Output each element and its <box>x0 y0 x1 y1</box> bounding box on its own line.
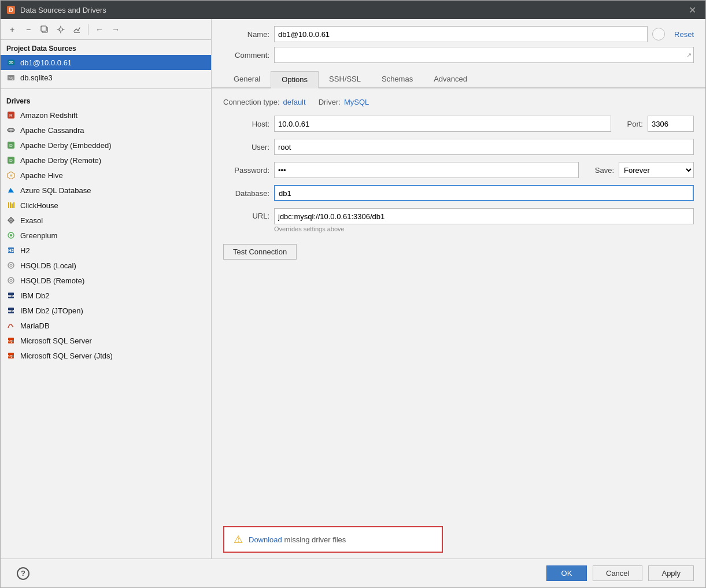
url-hint: Overrides settings above <box>274 225 694 232</box>
export-button[interactable] <box>70 23 84 36</box>
download-warning: ⚠ Download missing driver files <box>223 526 443 553</box>
tab-options[interactable]: Options <box>271 71 319 88</box>
driver-item-exasol[interactable]: Exasol <box>1 213 211 228</box>
forward-button[interactable]: → <box>109 23 123 36</box>
toolbar: + − <box>1 19 211 40</box>
right-top: Name: Reset Comment: ↗ <box>212 19 705 69</box>
svg-text:SQL: SQL <box>8 339 15 343</box>
ibmdb2-jtopen-icon: IBM <box>6 306 16 315</box>
connection-type-value[interactable]: default <box>283 98 306 106</box>
reset-link[interactable]: Reset <box>674 30 694 39</box>
derby-remote-icon: D <box>6 156 16 165</box>
test-connection-button[interactable]: Test Connection <box>223 244 297 260</box>
left-panel: + − <box>1 19 212 559</box>
svg-text:D: D <box>9 143 13 148</box>
tab-schemas[interactable]: Schemas <box>371 71 423 88</box>
driver-item-hsqldb-local[interactable]: HSQLDB (Local) <box>1 258 211 273</box>
tab-general[interactable]: General <box>223 71 271 88</box>
ok-button[interactable]: OK <box>546 565 587 581</box>
driver-item-derby-embedded[interactable]: D Apache Derby (Embedded) <box>1 138 211 153</box>
driver-label-ibmdb2-jtopen: IBM Db2 (JTOpen) <box>20 306 83 315</box>
name-input[interactable] <box>274 26 648 42</box>
svg-text:IBM: IBM <box>8 294 14 298</box>
driver-item-greenplum[interactable]: Greenplum <box>1 228 211 243</box>
help-button[interactable]: ? <box>17 567 29 580</box>
drivers-label: Drivers <box>1 93 211 108</box>
port-label: Port: <box>627 120 643 128</box>
driver-label-greenplum: Greenplum <box>20 231 57 240</box>
redshift-icon: R <box>6 110 16 120</box>
port-input[interactable] <box>648 116 694 132</box>
save-select[interactable]: Forever Until restart Never <box>619 162 694 178</box>
close-button[interactable]: ✕ <box>685 3 700 17</box>
datasource-item-sqlite[interactable]: SQ db.sqlite3 <box>1 70 211 85</box>
url-input[interactable] <box>274 208 694 224</box>
driver-label-redshift: Amazon Redshift <box>20 111 77 120</box>
driver-item-h2[interactable]: H2 H2 <box>1 243 211 258</box>
remove-button[interactable]: − <box>21 23 35 36</box>
driver-label-hive: Apache Hive <box>20 171 63 180</box>
svg-point-28 <box>10 279 12 282</box>
cassandra-icon <box>6 125 16 135</box>
driver-item-derby-remote[interactable]: D Apache Derby (Remote) <box>1 153 211 168</box>
svg-text:db: db <box>9 60 14 64</box>
driver-item-hsqldb-remote[interactable]: HSQLDB (Remote) <box>1 273 211 288</box>
settings-button[interactable] <box>54 23 68 36</box>
toolbar-separator <box>88 24 88 35</box>
url-row: URL: Overrides settings above <box>223 208 694 232</box>
driver-value[interactable]: MySQL <box>344 98 369 106</box>
copy-button[interactable] <box>38 23 51 36</box>
cancel-button[interactable]: Cancel <box>593 565 642 581</box>
svg-point-27 <box>8 278 14 283</box>
user-input[interactable] <box>274 139 694 155</box>
name-circle <box>652 28 665 40</box>
driver-item-mssql-jtds[interactable]: SQL Microsoft SQL Server (Jtds) <box>1 348 211 363</box>
bottom-bar: ? OK Cancel Apply <box>1 559 705 587</box>
tab-sshssl[interactable]: SSH/SSL <box>319 71 371 88</box>
driver-label-mssql-jtds: Microsoft SQL Server (Jtds) <box>20 352 113 360</box>
database-row: Database: <box>223 185 694 201</box>
user-row: User: <box>223 139 694 155</box>
driver-item-hive[interactable]: H Apache Hive <box>1 168 211 183</box>
svg-text:SQ: SQ <box>9 76 14 80</box>
svg-text:D: D <box>9 158 13 163</box>
comment-input[interactable] <box>274 47 694 63</box>
driver-label-derby-remote: Apache Derby (Remote) <box>20 156 101 165</box>
driver-item-azure[interactable]: Azure SQL Database <box>1 183 211 198</box>
h2-icon: H2 <box>6 246 16 255</box>
main-content: + − <box>1 19 705 559</box>
apply-button[interactable]: Apply <box>648 565 694 581</box>
dialog-title: Data Sources and Drivers <box>20 6 685 14</box>
host-input[interactable] <box>274 116 611 132</box>
driver-item-cassandra[interactable]: Apache Cassandra <box>1 123 211 138</box>
driver-label-hsqldb-remote: HSQLDB (Remote) <box>20 276 84 285</box>
user-label: User: <box>223 143 269 151</box>
driver-item-mssql[interactable]: SQL Microsoft SQL Server <box>1 333 211 348</box>
password-row: Password: Save: Forever Until restart Ne… <box>223 162 694 178</box>
svg-text:SQL: SQL <box>8 354 15 358</box>
exasol-icon <box>6 216 16 225</box>
password-input[interactable] <box>274 162 579 178</box>
driver-item-clickhouse[interactable]: ClickHouse <box>1 198 211 213</box>
save-label: Save: <box>595 166 614 175</box>
app-icon: D <box>6 5 16 14</box>
driver-item-ibmdb2[interactable]: IBM IBM Db2 <box>1 288 211 303</box>
driver-item-mariadb[interactable]: MariaDB <box>1 318 211 333</box>
add-button[interactable]: + <box>5 23 19 36</box>
warning-text: Download missing driver files <box>249 535 346 544</box>
download-link[interactable]: Download <box>249 535 282 544</box>
comment-row: Comment: ↗ <box>223 47 694 63</box>
connection-type-label: Connection type: <box>223 98 280 106</box>
svg-rect-19 <box>12 204 13 208</box>
datasource-item-db1[interactable]: db db1@10.0.0.61 <box>1 55 211 70</box>
name-row: Name: Reset <box>223 26 694 42</box>
url-label: URL: <box>223 212 269 220</box>
svg-point-25 <box>8 262 14 268</box>
tab-advanced[interactable]: Advanced <box>423 71 478 88</box>
back-button[interactable]: ← <box>93 23 106 36</box>
driver-item-ibmdb2-jtopen[interactable]: IBM IBM Db2 (JTOpen) <box>1 303 211 318</box>
driver-item-redshift[interactable]: R Amazon Redshift <box>1 108 211 123</box>
driver-label-mariadb: MariaDB <box>20 321 50 330</box>
database-input[interactable] <box>274 185 694 201</box>
warning-icon: ⚠ <box>234 533 243 546</box>
